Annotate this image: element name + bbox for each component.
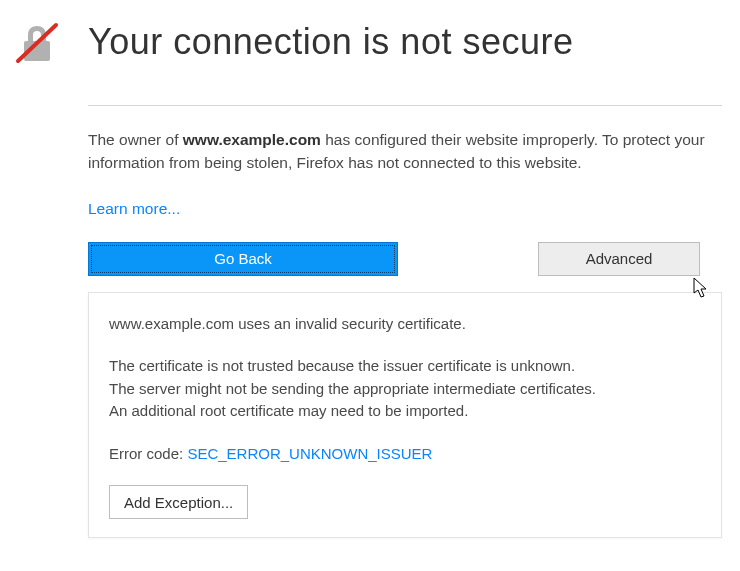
advanced-button[interactable]: Advanced [538, 242, 700, 276]
error-code-label: Error code: [109, 445, 187, 462]
insecure-lock-icon [14, 53, 60, 70]
advanced-line-1: www.example.com uses an invalid security… [109, 313, 701, 336]
error-code-link[interactable]: SEC_ERROR_UNKNOWN_ISSUER [187, 445, 432, 462]
go-back-button[interactable]: Go Back [88, 242, 398, 276]
advanced-panel: www.example.com uses an invalid security… [88, 292, 722, 539]
warning-description: The owner of www.example.com has configu… [88, 128, 722, 175]
advanced-detail-block: The certificate is not trusted because t… [109, 355, 701, 423]
desc-prefix: The owner of [88, 131, 183, 148]
advanced-line-2: The certificate is not trusted because t… [109, 357, 575, 374]
page-title: Your connection is not secure [88, 15, 722, 83]
button-row: Go Back Advanced [88, 242, 722, 276]
add-exception-button[interactable]: Add Exception... [109, 485, 248, 519]
divider [88, 105, 722, 106]
learn-more-link[interactable]: Learn more... [88, 197, 180, 220]
advanced-line-4: An additional root certificate may need … [109, 402, 468, 419]
advanced-line-3: The server might not be sending the appr… [109, 380, 596, 397]
error-code-line: Error code: SEC_ERROR_UNKNOWN_ISSUER [109, 443, 701, 466]
desc-domain: www.example.com [183, 131, 321, 148]
